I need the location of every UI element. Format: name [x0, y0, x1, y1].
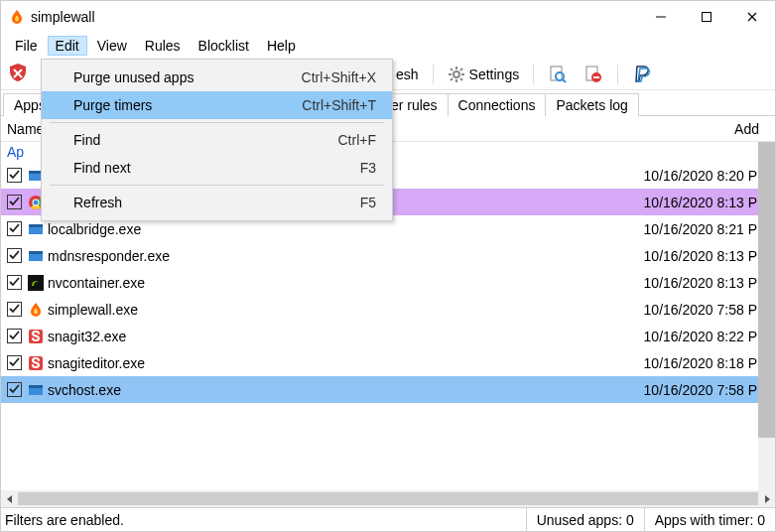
menu-item-shortcut: F3 — [360, 160, 376, 176]
row-name: localbridge.exe — [48, 221, 644, 237]
delete-page-button[interactable] — [580, 63, 607, 86]
app-icon — [9, 9, 25, 25]
app-icon — [28, 248, 44, 264]
refresh-button[interactable]: esh — [392, 65, 423, 84]
menu-separator — [50, 122, 384, 123]
status-filters: Filters are enabled. — [1, 512, 526, 528]
row-name: mdnsresponder.exe — [48, 248, 644, 264]
scroll-right-icon[interactable] — [758, 490, 775, 507]
toolbar-separator — [617, 65, 618, 84]
app-icon — [28, 382, 44, 398]
refresh-label: esh — [396, 66, 419, 82]
row-checkbox[interactable] — [7, 275, 22, 290]
search-page-button[interactable] — [544, 63, 572, 86]
menu-find-next[interactable]: Find next F3 — [42, 154, 392, 182]
row-name: svchost.exe — [48, 382, 644, 398]
menu-item-label: Purge timers — [73, 97, 152, 113]
menu-item-shortcut: Ctrl+F — [338, 132, 377, 148]
paypal-icon — [632, 65, 654, 84]
table-row[interactable]: mdnsresponder.exe10/16/2020 8:13 P — [1, 242, 775, 269]
app-icon — [28, 221, 44, 237]
svg-line-7 — [451, 68, 453, 70]
svg-line-9 — [460, 68, 462, 70]
close-button[interactable] — [729, 1, 775, 33]
svg-rect-1 — [703, 13, 711, 22]
row-date: 10/16/2020 7:58 P — [644, 302, 775, 318]
tab-packets-log[interactable]: Packets log — [545, 93, 638, 116]
svg-rect-25 — [29, 224, 43, 227]
horizontal-scrollbar[interactable] — [1, 490, 775, 507]
table-row[interactable]: nvcontainer.exe10/16/2020 8:13 P — [1, 269, 775, 296]
menu-refresh[interactable]: Refresh F5 — [42, 189, 392, 216]
table-row[interactable]: snagiteditor.exe10/16/2020 8:18 P — [1, 349, 775, 376]
menu-help[interactable]: Help — [259, 36, 304, 56]
menu-item-label: Purge unused apps — [73, 69, 194, 85]
column-added[interactable]: Add — [734, 121, 775, 137]
scroll-left-icon[interactable] — [1, 490, 18, 507]
menu-item-shortcut: Ctrl+Shift+T — [302, 97, 376, 113]
menu-item-label: Refresh — [73, 195, 122, 210]
settings-button[interactable]: Settings — [444, 64, 524, 85]
menu-find[interactable]: Find Ctrl+F — [42, 126, 392, 154]
svg-point-23 — [34, 200, 39, 204]
menu-rules[interactable]: Rules — [137, 36, 189, 56]
table-row[interactable]: snagit32.exe10/16/2020 8:22 P — [1, 323, 775, 349]
menu-purge-timers[interactable]: Purge timers Ctrl+Shift+T — [42, 91, 392, 119]
table-row[interactable]: svchost.exe10/16/2020 7:58 P — [1, 376, 775, 403]
svg-point-2 — [453, 71, 459, 77]
svg-rect-28 — [28, 275, 44, 291]
menu-separator — [50, 185, 384, 186]
donate-button[interactable] — [628, 63, 658, 86]
row-checkbox[interactable] — [7, 329, 22, 343]
menu-item-label: Find next — [73, 160, 131, 176]
svg-rect-32 — [29, 385, 43, 388]
menu-purge-unused-apps[interactable]: Purge unused apps Ctrl+Shift+X — [42, 64, 392, 91]
menu-file[interactable]: File — [7, 36, 46, 56]
row-date: 10/16/2020 8:20 P — [644, 168, 775, 184]
row-checkbox[interactable] — [7, 248, 22, 263]
menu-blocklist[interactable]: Blocklist — [191, 36, 257, 56]
row-checkbox[interactable] — [7, 382, 22, 397]
row-date: 10/16/2020 8:22 P — [644, 329, 775, 344]
row-date: 10/16/2020 8:13 P — [644, 275, 775, 291]
menu-item-shortcut: Ctrl+Shift+X — [302, 69, 376, 85]
menu-item-label: Find — [73, 132, 100, 148]
svg-line-13 — [563, 79, 566, 82]
gear-icon — [448, 66, 465, 83]
menu-view[interactable]: View — [89, 36, 135, 56]
row-checkbox[interactable] — [7, 355, 22, 370]
minimize-button[interactable] — [638, 1, 684, 33]
snagit-icon — [28, 329, 44, 344]
settings-label: Settings — [469, 66, 520, 82]
maximize-button[interactable] — [684, 1, 729, 33]
row-date: 10/16/2020 8:21 P — [644, 221, 775, 237]
row-date: 10/16/2020 8:13 P — [644, 248, 775, 264]
row-name: simplewall.exe — [48, 302, 644, 318]
toolbar-separator — [533, 65, 534, 84]
svg-line-8 — [460, 78, 462, 80]
row-name: snagit32.exe — [48, 329, 644, 344]
row-checkbox[interactable] — [7, 195, 22, 209]
row-checkbox[interactable] — [7, 168, 22, 183]
row-name: nvcontainer.exe — [48, 275, 644, 291]
svg-rect-27 — [29, 251, 43, 254]
menu-bar: File Edit View Rules Blocklist Help Purg… — [1, 33, 775, 59]
tab-connections[interactable]: Connections — [448, 93, 547, 116]
status-bar: Filters are enabled. Unused apps: 0 Apps… — [1, 507, 775, 531]
flame-icon — [28, 302, 44, 318]
menu-item-shortcut: F5 — [360, 195, 376, 210]
row-date: 10/16/2020 8:13 P — [644, 195, 775, 210]
row-checkbox[interactable] — [7, 221, 22, 236]
menu-edit[interactable]: Edit — [48, 36, 87, 56]
status-unused-apps: Unused apps: 0 — [526, 508, 644, 531]
row-checkbox[interactable] — [7, 302, 22, 317]
title-bar: simplewall — [1, 1, 775, 33]
snagit-icon — [28, 355, 44, 371]
edit-dropdown: Purge unused apps Ctrl+Shift+X Purge tim… — [41, 59, 393, 221]
shield-icon[interactable] — [7, 62, 29, 86]
row-date: 10/16/2020 8:18 P — [644, 355, 775, 371]
row-date: 10/16/2020 7:58 P — [644, 382, 775, 398]
vertical-scrollbar[interactable] — [758, 142, 775, 490]
svg-line-10 — [451, 78, 453, 80]
table-row[interactable]: simplewall.exe10/16/2020 7:58 P — [1, 296, 775, 323]
